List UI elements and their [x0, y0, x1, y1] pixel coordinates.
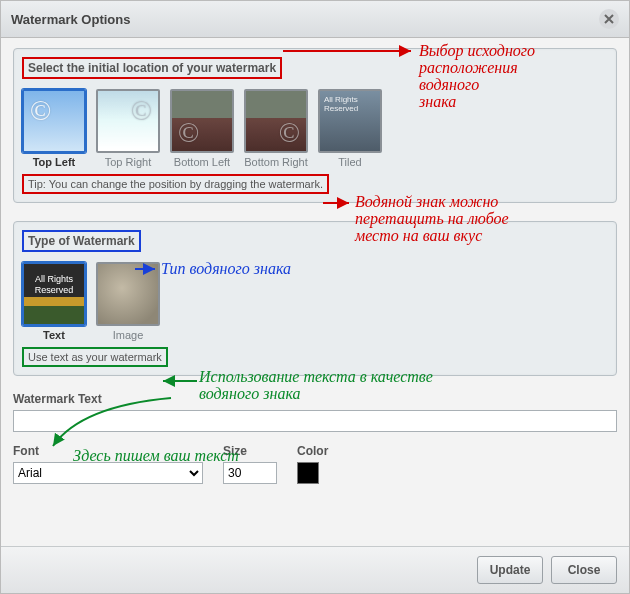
color-swatch[interactable]: [297, 462, 319, 484]
footer: Update Close: [1, 546, 629, 593]
arrow-icon: [157, 374, 201, 388]
type-tip: Use text as your watermark: [22, 347, 168, 367]
thumb-label: Text: [43, 329, 65, 341]
location-option-top-left[interactable]: © Top Left: [22, 89, 86, 168]
panel-location: Select the initial location of your wate…: [13, 48, 617, 203]
color-label: Color: [297, 444, 328, 458]
panel-type-heading: Type of Watermark: [22, 230, 141, 252]
update-button[interactable]: Update: [477, 556, 543, 584]
watermark-text-label: Watermark Text: [13, 392, 617, 406]
panel-type: Type of Watermark All Rights Reserved Te…: [13, 221, 617, 376]
size-input[interactable]: [223, 462, 277, 484]
close-button[interactable]: Close: [551, 556, 617, 584]
font-select[interactable]: Arial: [13, 462, 203, 484]
location-option-tiled[interactable]: All Rights Reserved Tiled: [318, 89, 382, 168]
thumb-label: Top Right: [105, 156, 151, 168]
type-thumbs: All Rights Reserved Text Image: [22, 262, 608, 341]
location-option-bottom-left[interactable]: © Bottom Left: [170, 89, 234, 168]
thumb-label: Image: [113, 329, 144, 341]
format-row: Font Arial Size Color: [13, 444, 617, 484]
size-label: Size: [223, 444, 277, 458]
titlebar: Watermark Options: [1, 1, 629, 38]
location-tip: Tip: You can change the position by drag…: [22, 174, 329, 194]
close-icon[interactable]: [599, 9, 619, 29]
type-option-text[interactable]: All Rights Reserved Text: [22, 262, 86, 341]
thumb-label: Top Left: [33, 156, 76, 168]
dialog-window: Watermark Options Select the initial loc…: [0, 0, 630, 594]
watermark-text-input[interactable]: [13, 410, 617, 432]
type-option-image[interactable]: Image: [96, 262, 160, 341]
panel-location-heading: Select the initial location of your wate…: [22, 57, 282, 79]
font-label: Font: [13, 444, 203, 458]
dialog-title: Watermark Options: [11, 12, 130, 27]
location-thumbs: © Top Left © Top Right © Bottom Left © B…: [22, 89, 608, 168]
location-option-bottom-right[interactable]: © Bottom Right: [244, 89, 308, 168]
thumb-label: Tiled: [338, 156, 361, 168]
dialog-body: Select the initial location of your wate…: [1, 38, 629, 546]
thumb-label: Bottom Left: [174, 156, 230, 168]
thumb-label: Bottom Right: [244, 156, 308, 168]
location-option-top-right[interactable]: © Top Right: [96, 89, 160, 168]
